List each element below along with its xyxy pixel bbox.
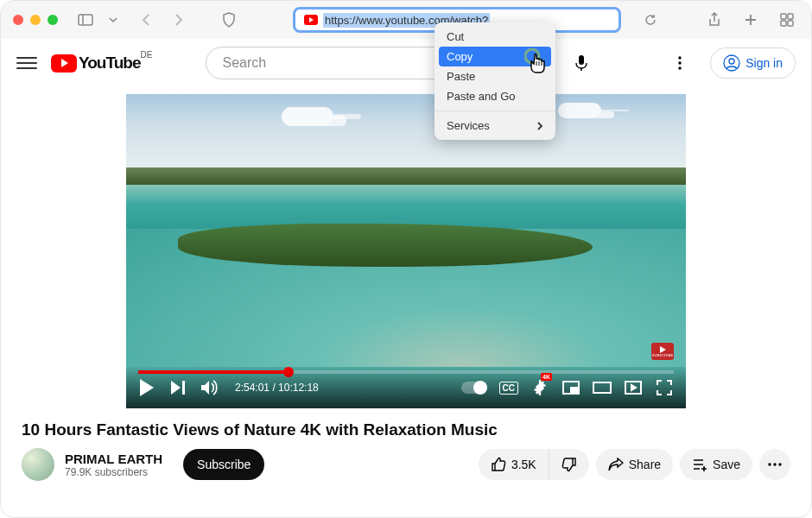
- dislike-button[interactable]: [549, 449, 589, 480]
- context-menu: Cut Copy Paste Paste and Go Services: [435, 22, 555, 140]
- subscriber-count: 79.9K subscribers: [65, 466, 162, 478]
- context-menu-separator: [435, 111, 555, 111]
- context-menu-cut[interactable]: Cut: [435, 27, 555, 47]
- sidebar-toggle-button[interactable]: [73, 8, 98, 32]
- video-player[interactable]: SUBSCRIBE 2:54:01 / 10:12:18 CC 4K: [126, 94, 686, 408]
- close-window-button[interactable]: [13, 15, 23, 25]
- settings-button[interactable]: 4K: [530, 378, 549, 397]
- svg-rect-23: [182, 381, 185, 395]
- tabs-dropdown-button[interactable]: [101, 8, 125, 32]
- svg-point-16: [678, 56, 681, 59]
- svg-point-17: [678, 61, 681, 64]
- new-tab-button[interactable]: [739, 8, 763, 32]
- context-menu-paste[interactable]: Paste: [435, 66, 555, 86]
- save-button[interactable]: Save: [680, 449, 752, 480]
- privacy-shield-icon[interactable]: [217, 8, 241, 32]
- share-button[interactable]: [702, 8, 726, 32]
- reload-button[interactable]: [638, 8, 663, 32]
- kebab-icon: [678, 56, 682, 70]
- back-button[interactable]: [134, 8, 158, 32]
- user-icon: [723, 54, 740, 72]
- maximize-window-button[interactable]: [48, 15, 58, 25]
- share-button[interactable]: Share: [596, 449, 673, 480]
- svg-point-18: [678, 66, 681, 69]
- subscribe-button[interactable]: Subscribe: [183, 449, 264, 480]
- like-dislike-group: 3.5K: [479, 449, 589, 480]
- share-icon: [608, 458, 624, 471]
- svg-point-35: [768, 463, 771, 465]
- svg-rect-5: [788, 14, 793, 19]
- svg-rect-0: [79, 15, 92, 25]
- minimize-window-button[interactable]: [30, 15, 41, 25]
- tab-overview-button[interactable]: [775, 8, 799, 32]
- svg-point-20: [729, 59, 734, 64]
- fullscreen-button[interactable]: [655, 378, 674, 397]
- autoplay-toggle[interactable]: [461, 382, 487, 394]
- youtube-logo-icon: [51, 54, 77, 73]
- next-button[interactable]: [169, 378, 188, 397]
- video-info-row: PRIMAL EARTH 79.9K subscribers Subscribe…: [1, 448, 811, 481]
- subscribe-overlay-icon[interactable]: SUBSCRIBE: [651, 343, 674, 360]
- thumbs-down-icon: [561, 457, 577, 472]
- context-menu-services[interactable]: Services: [435, 116, 555, 136]
- video-title: 10 Hours Fantastic Views of Nature 4K wi…: [22, 420, 790, 439]
- svg-rect-26: [571, 388, 578, 393]
- svg-marker-21: [140, 379, 154, 396]
- signin-button[interactable]: Sign in: [710, 47, 796, 79]
- youtube-header: YouTube DE Search Sign in: [1, 39, 811, 87]
- svg-rect-6: [781, 21, 786, 26]
- like-button[interactable]: 3.5K: [479, 449, 549, 480]
- thumbs-up-icon: [491, 457, 506, 472]
- svg-rect-4: [781, 14, 786, 19]
- context-menu-copy[interactable]: Copy: [439, 47, 551, 66]
- svg-rect-27: [593, 382, 611, 393]
- voice-search-button[interactable]: [565, 47, 598, 79]
- quality-badge: 4K: [541, 373, 552, 381]
- theater-button[interactable]: [593, 378, 612, 397]
- miniplayer-button[interactable]: [561, 378, 580, 397]
- svg-marker-22: [171, 381, 181, 395]
- window-controls: [13, 15, 58, 25]
- svg-point-37: [778, 463, 781, 465]
- channel-avatar[interactable]: [22, 448, 54, 481]
- region-code: DE: [141, 50, 153, 60]
- timecode: 2:54:01 / 10:12:18: [235, 382, 319, 394]
- player-controls: 2:54:01 / 10:12:18 CC 4K: [126, 367, 686, 408]
- youtube-logo[interactable]: YouTube DE: [51, 54, 140, 73]
- svg-rect-7: [788, 21, 793, 26]
- cast-button[interactable]: [624, 378, 643, 397]
- site-favicon-icon: [304, 15, 318, 25]
- svg-marker-24: [201, 381, 209, 395]
- play-button[interactable]: [138, 378, 157, 397]
- video-actions: 3.5K Share Save: [479, 449, 790, 480]
- video-frame-sky: [126, 94, 686, 172]
- more-actions-button[interactable]: [759, 449, 790, 480]
- more-options-button[interactable]: [663, 47, 696, 79]
- channel-name: PRIMAL EARTH: [65, 452, 162, 466]
- playlist-add-icon: [692, 458, 707, 471]
- search-placeholder: Search: [222, 55, 266, 71]
- channel-info[interactable]: PRIMAL EARTH 79.9K subscribers: [65, 452, 162, 478]
- captions-button[interactable]: CC: [499, 382, 518, 395]
- microphone-icon: [574, 54, 588, 72]
- ellipsis-icon: [768, 463, 782, 466]
- svg-rect-14: [579, 55, 584, 65]
- menu-button[interactable]: [16, 57, 37, 69]
- volume-button[interactable]: [200, 378, 219, 397]
- svg-marker-29: [631, 385, 636, 390]
- forward-button[interactable]: [167, 8, 191, 32]
- context-menu-paste-and-go[interactable]: Paste and Go: [435, 86, 555, 106]
- browser-toolbar: https://www.youtube.com/watch?: [1, 1, 811, 39]
- svg-point-36: [773, 463, 776, 465]
